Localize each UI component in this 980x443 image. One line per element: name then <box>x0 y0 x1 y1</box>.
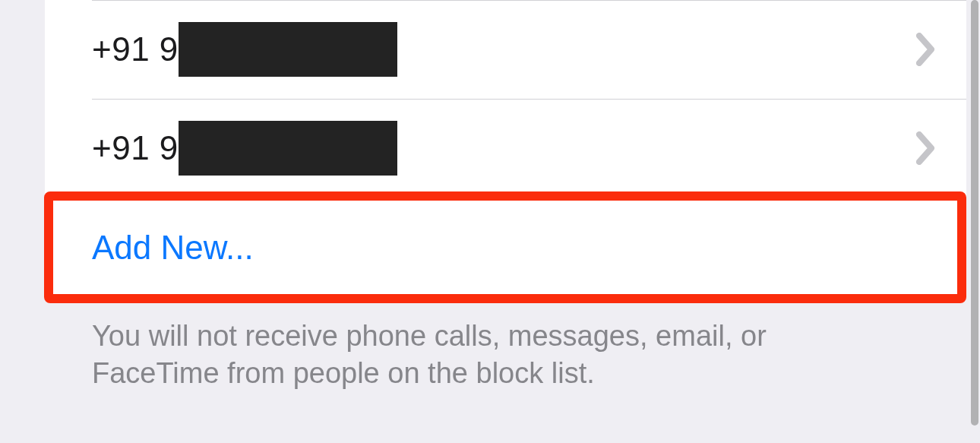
redacted-phone <box>179 22 397 77</box>
row-separator <box>92 0 966 1</box>
scrollbar[interactable] <box>971 0 978 426</box>
footer-description: You will not receive phone calls, messag… <box>45 298 966 391</box>
blocked-list: +91 9 +91 9 Add New... <box>45 0 966 298</box>
add-new-label: Add New... <box>92 229 254 267</box>
add-new-button[interactable]: Add New... <box>45 198 966 298</box>
chevron-right-icon <box>916 33 936 66</box>
row-separator <box>92 99 966 100</box>
chevron-right-icon <box>916 131 936 165</box>
redacted-phone <box>179 121 397 176</box>
phone-prefix: +91 9 <box>92 30 179 68</box>
blocked-contacts-panel: +91 9 +91 9 Add New... You will not rece… <box>0 0 980 443</box>
blocked-contact-row[interactable]: +91 9 <box>45 0 966 99</box>
blocked-contact-row[interactable]: +91 9 <box>45 99 966 198</box>
phone-prefix: +91 9 <box>92 129 179 167</box>
